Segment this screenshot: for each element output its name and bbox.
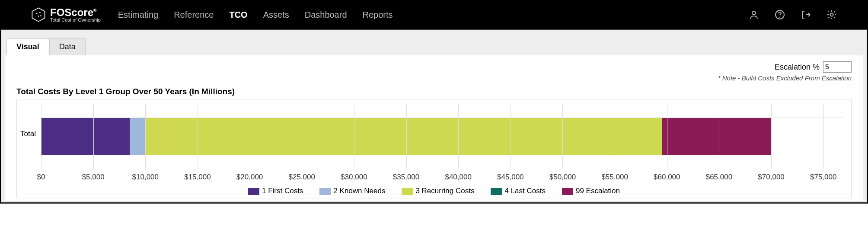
- gridline: [667, 104, 667, 169]
- x-tick: $50,000: [549, 173, 576, 182]
- gridline: [511, 104, 511, 169]
- stacked-bar: [41, 118, 844, 155]
- legend-item: 2 Known Needs: [319, 187, 385, 195]
- hexagon-icon: [31, 7, 46, 22]
- gridline: [41, 104, 41, 169]
- legend-swatch: [491, 188, 502, 195]
- tabs: VisualData: [6, 38, 866, 55]
- x-tick: $70,000: [758, 173, 784, 182]
- nav-link-dashboard[interactable]: Dashboard: [305, 10, 347, 20]
- gridline: [406, 104, 407, 169]
- brand-logo: FOScore® Total Cost of Ownership: [31, 7, 101, 22]
- x-tick: $35,000: [393, 173, 419, 182]
- gridline: [562, 104, 563, 169]
- bar-segment-0: [41, 118, 130, 155]
- x-tick: $65,000: [706, 173, 732, 182]
- x-tick: $0: [37, 173, 45, 182]
- x-tick: $45,000: [497, 173, 523, 182]
- nav-link-tco[interactable]: TCO: [229, 10, 247, 20]
- svg-marker-0: [32, 8, 45, 21]
- legend-item: 1 First Costs: [248, 187, 303, 195]
- logout-icon[interactable]: [801, 10, 811, 20]
- gridline: [823, 104, 824, 169]
- x-axis: $0$5,000$10,000$15,000$20,000$25,000$30,…: [41, 173, 844, 183]
- legend-item: 99 Escalation: [562, 187, 620, 195]
- tab-visual[interactable]: Visual: [6, 38, 49, 55]
- gear-icon[interactable]: [827, 10, 837, 20]
- active-nav-ring: [221, 4, 255, 26]
- nav-link-estimating[interactable]: Estimating: [118, 10, 158, 20]
- nav-right: [749, 10, 837, 20]
- svg-point-2: [39, 12, 41, 13]
- svg-point-7: [779, 17, 780, 18]
- gridline: [615, 104, 615, 169]
- svg-point-1: [36, 13, 38, 14]
- gridline-h: [41, 155, 844, 155]
- gridline: [354, 104, 354, 169]
- bar-segment-1: [130, 118, 145, 155]
- legend-swatch: [402, 188, 413, 195]
- bar-segment-2: [145, 118, 661, 155]
- nav-link-reference[interactable]: Reference: [174, 10, 214, 20]
- legend-item: 3 Recurring Costs: [402, 187, 474, 195]
- escalation-input[interactable]: [823, 61, 852, 73]
- brand-tagline: Total Cost of Ownership: [50, 18, 101, 22]
- chart-panel: Escalation % * Note - Build Costs Exclud…: [5, 55, 863, 201]
- gridline: [93, 104, 94, 169]
- navbar: FOScore® Total Cost of Ownership Estimat…: [1, 0, 867, 29]
- svg-point-4: [40, 15, 41, 16]
- x-tick: $30,000: [341, 173, 367, 182]
- x-tick: $55,000: [601, 173, 628, 182]
- gridline: [719, 104, 719, 169]
- svg-point-5: [752, 11, 756, 15]
- escalation-row: Escalation %: [16, 61, 852, 73]
- gridline-h: [41, 118, 844, 118]
- user-icon[interactable]: [749, 10, 759, 20]
- gridline: [771, 104, 772, 169]
- x-tick: $75,000: [810, 173, 836, 182]
- chart-title: Total Costs By Level 1 Group Over 50 Yea…: [16, 87, 852, 96]
- legend-item: 4 Last Costs: [491, 187, 546, 195]
- y-category-label: Total: [20, 130, 36, 138]
- tab-data[interactable]: Data: [49, 38, 86, 55]
- x-tick: $20,000: [236, 173, 263, 182]
- x-tick: $15,000: [184, 173, 211, 182]
- gridline: [145, 104, 146, 169]
- x-tick: $10,000: [132, 173, 159, 182]
- gridline: [458, 104, 459, 169]
- x-tick: $5,000: [82, 173, 105, 182]
- x-tick: $25,000: [289, 173, 315, 182]
- gridline: [198, 104, 198, 169]
- legend: 1 First Costs2 Known Needs3 Recurring Co…: [19, 187, 849, 195]
- svg-point-8: [830, 13, 833, 16]
- legend-swatch: [319, 188, 331, 195]
- escalation-label: Escalation %: [775, 63, 820, 72]
- help-icon[interactable]: [775, 10, 785, 20]
- main-nav: EstimatingReferenceTCOAssetsDashboardRep…: [118, 10, 393, 20]
- bar-segment-4: [662, 118, 771, 155]
- svg-point-3: [38, 16, 39, 17]
- gridline: [302, 104, 302, 169]
- escalation-note: * Note - Build Costs Excluded From Escal…: [16, 74, 852, 82]
- brand-name: FOScore®: [50, 7, 101, 18]
- chart: Total $0$5,000$10,000$15,000$20,000$25,0…: [16, 99, 852, 198]
- x-tick: $60,000: [654, 173, 680, 182]
- x-tick: $40,000: [445, 173, 471, 182]
- nav-link-reports[interactable]: Reports: [363, 10, 393, 20]
- nav-link-assets[interactable]: Assets: [263, 10, 289, 20]
- gridline: [250, 104, 250, 169]
- legend-swatch: [562, 188, 573, 195]
- legend-swatch: [248, 188, 259, 195]
